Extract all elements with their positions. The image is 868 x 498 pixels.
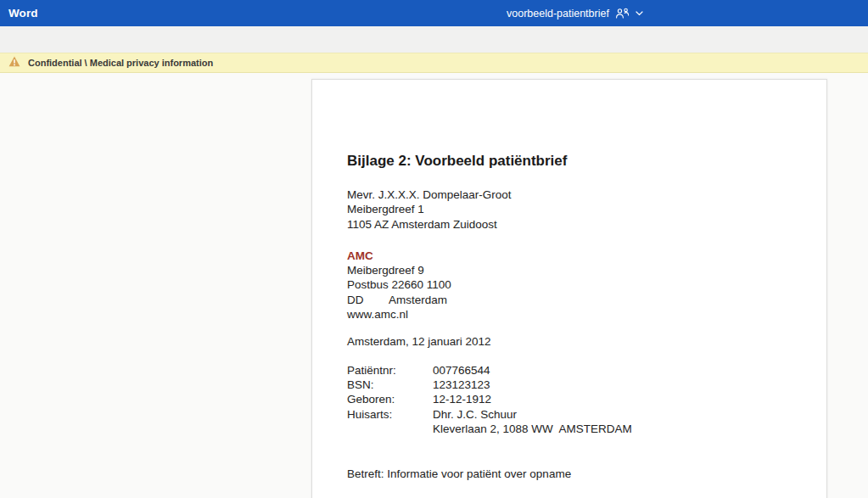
dateline[interactable]: Amsterdam, 12 januari 2012 (347, 334, 792, 349)
recipient-street[interactable]: Meibergdreef 1 (347, 202, 792, 216)
document-heading[interactable]: Bijlage 2: Voorbeeld patiëntbrief (347, 153, 792, 170)
detail-label (347, 422, 433, 436)
detail-row-bsn[interactable]: BSN: 123123123 (347, 378, 792, 392)
ribbon-strip (0, 26, 868, 53)
sender-website[interactable]: www.amc.nl (347, 307, 792, 322)
recipient-name[interactable]: Mevr. J.X.X.X. Dompelaar-Groot (347, 187, 792, 202)
people-presence-icon[interactable] (615, 8, 630, 19)
document-canvas: Bijlage 2: Voorbeeld patiëntbrief Mevr. … (0, 74, 868, 498)
document-page[interactable]: Bijlage 2: Voorbeeld patiëntbrief Mevr. … (311, 79, 827, 498)
confidential-banner: Confidential \ Medical privacy informati… (0, 53, 868, 73)
sender-postbus[interactable]: Postbus 22660 1100 (347, 277, 792, 292)
sender-name-amc[interactable]: AMC (347, 249, 792, 263)
document-title-group[interactable]: voorbeeld-patientbrief (507, 0, 643, 26)
app-name-word[interactable]: Word (8, 0, 38, 26)
detail-label: Geboren: (347, 392, 433, 406)
patient-details-block[interactable]: Patiëntnr: 007766544 BSN: 123123123 Gebo… (347, 363, 792, 436)
detail-row-huisarts[interactable]: Huisarts: Dhr. J.C. Schuur (347, 407, 792, 422)
chevron-down-icon[interactable] (636, 11, 643, 16)
detail-row-huisarts-address[interactable]: Kleverlaan 2, 1088 WW AMSTERDAM (347, 422, 792, 436)
sender-street[interactable]: Meibergdreef 9 (347, 263, 792, 277)
titlebar: Word voorbeeld-patientbrief (0, 0, 868, 26)
sender-address-block[interactable]: AMC Meibergdreef 9 Postbus 22660 1100 DD… (347, 249, 792, 322)
detail-label: BSN: (347, 378, 433, 392)
sender-dd-line[interactable]: DD Amsterdam (347, 293, 792, 307)
recipient-city[interactable]: 1105 AZ Amsterdam Zuidoost (347, 217, 792, 232)
detail-value: 007766544 (433, 363, 490, 378)
detail-value: Kleverlaan 2, 1088 WW AMSTERDAM (433, 422, 632, 436)
subject-line[interactable]: Betreft: Informatie voor patiënt over op… (347, 467, 792, 481)
recipient-address-block[interactable]: Mevr. J.X.X.X. Dompelaar-Groot Meibergdr… (347, 187, 792, 232)
detail-label: Patiëntnr: (347, 363, 433, 378)
sender-dd-city[interactable]: Amsterdam (389, 293, 447, 307)
warning-triangle-icon (8, 55, 20, 70)
detail-row-patientnr[interactable]: Patiëntnr: 007766544 (347, 363, 792, 378)
sender-dd-label[interactable]: DD (347, 293, 389, 307)
detail-value: 12-12-1912 (433, 392, 491, 406)
detail-value: Dhr. J.C. Schuur (433, 407, 517, 422)
detail-row-geboren[interactable]: Geboren: 12-12-1912 (347, 392, 792, 406)
detail-value: 123123123 (433, 378, 490, 392)
document-title[interactable]: voorbeeld-patientbrief (507, 8, 609, 20)
detail-label: Huisarts: (347, 407, 433, 422)
confidential-banner-text: Confidential \ Medical privacy informati… (28, 58, 213, 68)
